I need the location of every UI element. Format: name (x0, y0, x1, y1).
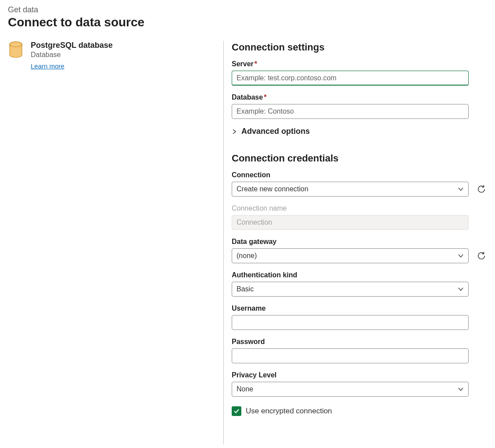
required-asterisk: * (264, 93, 266, 101)
form-panel: Connection settings Server* Database* Ad… (224, 41, 487, 444)
advanced-options-toggle[interactable]: Advanced options (232, 127, 487, 136)
database-input[interactable] (232, 104, 469, 119)
connection-label: Connection (232, 171, 487, 179)
connection-credentials-heading: Connection credentials (232, 153, 487, 164)
connection-settings-heading: Connection settings (232, 42, 487, 53)
privacy-level-select[interactable]: None (232, 382, 469, 397)
database-icon (8, 41, 24, 59)
breadcrumb: Get data (8, 5, 487, 14)
checkmark-icon (233, 408, 240, 414)
connection-name-input: Connection (232, 215, 469, 230)
refresh-icon (477, 251, 486, 261)
advanced-options-label: Advanced options (241, 127, 310, 136)
auth-kind-select[interactable]: Basic (232, 282, 469, 297)
required-asterisk: * (255, 60, 257, 68)
refresh-icon (477, 184, 486, 194)
learn-more-link[interactable]: Learn more (31, 62, 65, 70)
server-input[interactable] (232, 71, 469, 86)
auth-kind-label: Authentication kind (232, 271, 487, 279)
encrypted-connection-label: Use encrypted connection (246, 407, 332, 416)
chevron-down-icon (458, 386, 464, 392)
connector-title: PostgreSQL database (31, 41, 113, 50)
database-label: Database* (232, 93, 487, 101)
refresh-gateway-button[interactable] (476, 250, 487, 262)
chevron-down-icon (458, 286, 464, 292)
chevron-down-icon (458, 253, 464, 259)
privacy-level-label: Privacy Level (232, 371, 487, 379)
chevron-down-icon (458, 186, 464, 192)
data-gateway-select[interactable]: (none) (232, 248, 469, 263)
connection-select[interactable]: Create new connection (232, 182, 469, 197)
connection-name-label: Connection name (232, 204, 487, 212)
connector-panel: PostgreSQL database Database Learn more (8, 41, 223, 444)
password-input[interactable] (232, 348, 469, 363)
connector-category: Database (31, 51, 113, 59)
refresh-connection-button[interactable] (476, 183, 487, 195)
chevron-right-icon (232, 129, 237, 134)
username-label: Username (232, 305, 487, 312)
page-title: Connect to data source (8, 15, 487, 29)
encrypted-connection-checkbox[interactable] (232, 406, 241, 416)
server-label: Server* (232, 60, 487, 68)
password-label: Password (232, 338, 487, 346)
username-input[interactable] (232, 315, 469, 330)
data-gateway-label: Data gateway (232, 238, 487, 246)
